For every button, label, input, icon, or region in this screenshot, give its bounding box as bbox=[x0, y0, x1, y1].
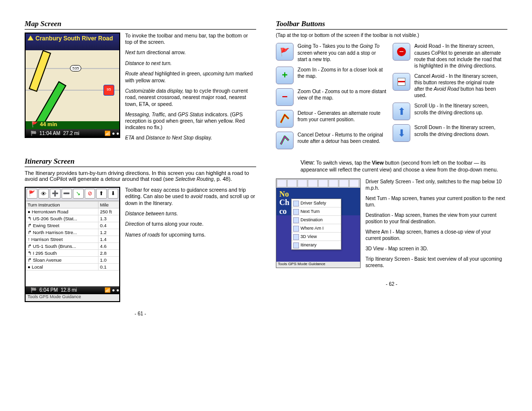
itinerary-table: Turn InstructionMile ● Herrontown Road25… bbox=[26, 201, 119, 271]
map-notes: To invoke the toolbar and menu bar, tap … bbox=[125, 33, 256, 145]
scroll-down-icon: ⬇ bbox=[393, 124, 410, 142]
map-screen-heading: Map Screen bbox=[25, 20, 256, 30]
avoid-road-icon: − bbox=[393, 43, 410, 61]
map-road-banner: Cranbury South River Road bbox=[26, 34, 119, 50]
page-62: Toolbar Buttons (Tap at the top or botto… bbox=[276, 20, 507, 316]
toolbar-buttons-heading: Toolbar Buttons bbox=[276, 20, 507, 30]
page-61: Map Screen Cranbury South River Road 0.3… bbox=[25, 20, 256, 316]
zoom-out-icon: − bbox=[276, 88, 294, 106]
page-number-left: - 61 - bbox=[25, 311, 256, 316]
detour-icon bbox=[276, 110, 294, 128]
scroll-up-icon: ⬆ bbox=[393, 103, 410, 120]
view-dropdown: Driver Safety Next Turn Destination Wher… bbox=[291, 199, 341, 250]
toolbar-subnote: (Tap at the top or bottom of the screen … bbox=[276, 33, 507, 38]
itinerary-status-bar: 🏁6:04 PM12.8 mi 📶 ● ● bbox=[26, 286, 119, 294]
itinerary-menu: Tools GPS Mode Guidance bbox=[26, 294, 119, 301]
route-badge: 535 bbox=[70, 65, 81, 71]
itinerary-notes: Toolbar for easy access to guidance scre… bbox=[125, 187, 256, 302]
view-paragraph: View: To switch views, tap the View butt… bbox=[300, 159, 507, 173]
itinerary-toolbar: 🚩👁➕➖↘⊘⬆⬇ bbox=[26, 188, 119, 201]
itinerary-screenshot: 🚩👁➕➖↘⊘⬆⬇ Turn InstructionMile ● Herronto… bbox=[25, 187, 120, 302]
toolbar-grid: 🚩 Going To - Takes you to the Going To s… bbox=[276, 43, 507, 153]
map-screenshot: Cranbury South River Road 0.3mi 535 95 🚩… bbox=[25, 33, 120, 138]
map-status-bar: 🏁 11:04 AM 27.2 mi 📶 ● ● bbox=[26, 129, 119, 137]
cancel-avoid-icon bbox=[393, 73, 410, 91]
map-canvas: 535 95 bbox=[26, 50, 119, 129]
view-screenshot: No Ch co Driver Safety Next Turn Destina… bbox=[276, 178, 361, 268]
itinerary-intro: The Itinerary provides turn-by-turn driv… bbox=[25, 170, 256, 182]
map-eta-bar: 🚩 44 min bbox=[26, 121, 119, 129]
going-to-icon: 🚩 bbox=[276, 43, 294, 61]
highway-shield: 95 bbox=[103, 85, 114, 96]
view-descriptions: Driver Safety Screen - Text only, switch… bbox=[366, 178, 507, 273]
zoom-in-icon: + bbox=[276, 67, 294, 84]
page-number-right: - 62 - bbox=[276, 281, 507, 287]
cancel-detour-icon bbox=[276, 132, 294, 149]
itinerary-heading: Itinerary Screen bbox=[25, 157, 256, 167]
